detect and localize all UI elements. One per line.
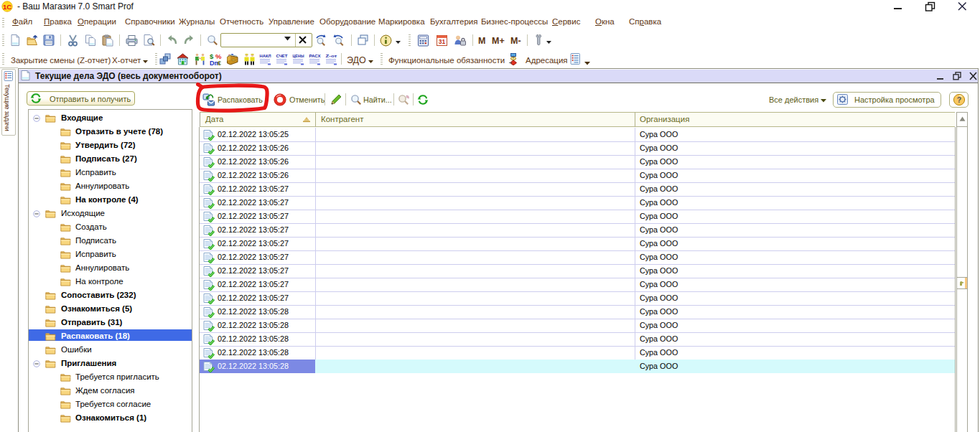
- svg-text:Z-от: Z-от: [326, 53, 337, 58]
- svg-text:31: 31: [439, 38, 446, 45]
- svg-text:СЧЕТ: СЧЕТ: [276, 53, 288, 58]
- svg-text:€: €: [218, 60, 221, 66]
- svg-text:НАКЛ: НАКЛ: [260, 53, 271, 58]
- svg-text:?: ?: [957, 95, 961, 104]
- svg-text:РАСХ: РАСХ: [309, 53, 322, 58]
- svg-text:ЦЕНЫ: ЦЕНЫ: [293, 53, 304, 58]
- svg-text:1С: 1С: [3, 3, 11, 11]
